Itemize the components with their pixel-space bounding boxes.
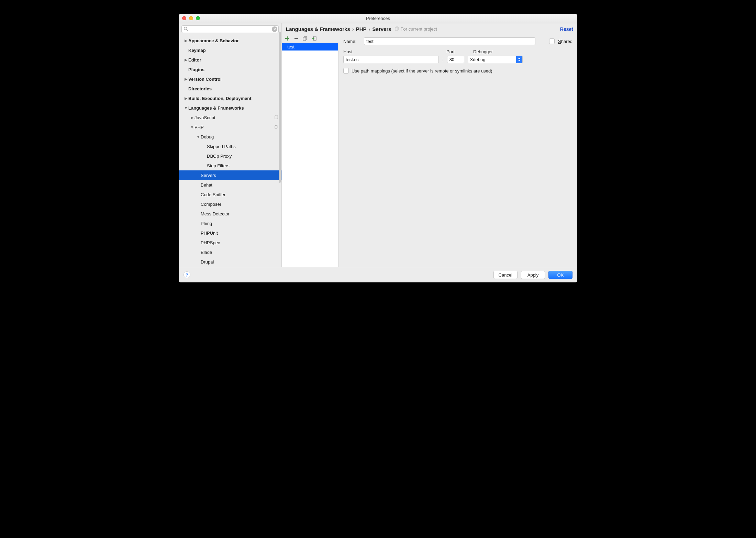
project-scope-icon xyxy=(395,26,399,32)
settings-tree-item[interactable]: ▶Editor xyxy=(179,55,281,65)
clear-search-icon[interactable]: ✕ xyxy=(272,26,277,32)
svg-point-0 xyxy=(184,27,187,30)
tree-item-label: Directories xyxy=(188,86,212,91)
chevron-down-icon: ▼ xyxy=(190,125,194,129)
close-window-button[interactable] xyxy=(182,16,186,20)
chevron-right-icon: ▶ xyxy=(190,115,194,120)
project-scope-icon xyxy=(275,125,279,130)
tree-scrollbar[interactable] xyxy=(279,32,281,183)
chevron-right-icon: › xyxy=(369,26,370,32)
svg-rect-5 xyxy=(275,125,277,128)
tree-item-label: Keymap xyxy=(188,48,206,53)
tree-item-label: DBGp Proxy xyxy=(207,154,232,159)
tree-item-label: Plugins xyxy=(188,67,204,72)
tree-item-label: Editor xyxy=(188,57,201,63)
tree-item-label: Behat xyxy=(201,182,212,188)
settings-tree-item[interactable]: ▼PHP xyxy=(179,122,281,132)
tree-item-label: Debug xyxy=(201,134,214,139)
import-server-button[interactable] xyxy=(311,36,317,41)
settings-tree-item[interactable]: ▶Version Control xyxy=(179,74,281,84)
path-mappings-checkbox[interactable] xyxy=(343,68,349,74)
settings-tree-item[interactable]: ▼Languages & Frameworks xyxy=(179,103,281,113)
tree-item-label: Phing xyxy=(201,221,212,226)
ok-button[interactable]: OK xyxy=(548,271,572,279)
shared-checkbox[interactable] xyxy=(549,38,555,44)
settings-tree[interactable]: ▶Appearance & BehaviorKeymap▶EditorPlugi… xyxy=(179,34,281,267)
tree-item-label: Code Sniffer xyxy=(201,192,225,197)
svg-line-1 xyxy=(187,30,188,31)
chevron-down-icon: ▼ xyxy=(196,135,201,139)
minimize-window-button[interactable] xyxy=(189,16,193,20)
copy-server-button[interactable] xyxy=(302,36,308,41)
server-name-input[interactable] xyxy=(364,37,535,45)
host-input[interactable] xyxy=(343,56,439,63)
settings-tree-item[interactable]: ▶Appearance & Behavior xyxy=(179,36,281,45)
chevron-down-icon: ▼ xyxy=(184,106,188,110)
cancel-button[interactable]: Cancel xyxy=(493,271,518,279)
server-list-item[interactable]: test xyxy=(282,43,338,51)
port-column-label: Port xyxy=(446,49,466,54)
settings-tree-item[interactable]: Skipped Paths xyxy=(179,142,281,151)
host-column-label: Host xyxy=(343,49,440,54)
settings-tree-item[interactable]: Step Filters xyxy=(179,161,281,170)
remove-server-button[interactable] xyxy=(293,36,299,41)
tree-item-label: Version Control xyxy=(188,77,222,82)
tree-item-label: Languages & Frameworks xyxy=(188,105,244,111)
debugger-select[interactable]: Xdebug xyxy=(468,56,523,63)
apply-button[interactable]: Apply xyxy=(521,271,545,279)
tree-item-label: Build, Execution, Deployment xyxy=(188,96,251,101)
settings-tree-item[interactable]: Servers xyxy=(179,170,281,180)
tree-item-label: Blade xyxy=(201,250,212,255)
settings-tree-item[interactable]: PHPSpec xyxy=(179,238,281,247)
settings-tree-item[interactable]: Plugins xyxy=(179,65,281,74)
settings-search: ✕ xyxy=(181,25,279,33)
reset-link[interactable]: Reset xyxy=(560,26,573,32)
port-input[interactable] xyxy=(447,56,464,63)
settings-tree-item[interactable]: Composer xyxy=(179,199,281,209)
server-list-toolbar xyxy=(282,34,338,43)
settings-search-input[interactable] xyxy=(181,25,279,33)
settings-tree-item[interactable]: ▶Build, Execution, Deployment xyxy=(179,93,281,103)
tree-item-label: Composer xyxy=(201,202,221,207)
tree-item-label: Skipped Paths xyxy=(207,144,236,149)
chevron-right-icon: ▶ xyxy=(184,77,188,81)
settings-tree-item[interactable]: Drupal xyxy=(179,257,281,267)
breadcrumb-part: Servers xyxy=(373,26,391,32)
server-list[interactable]: test xyxy=(282,43,338,267)
preferences-window: Preferences ✕ ▶Appearance & BehaviorKeym… xyxy=(179,14,577,282)
tree-item-label: PHPSpec xyxy=(201,240,220,245)
window-title: Preferences xyxy=(179,16,577,21)
breadcrumb-scope-note: For current project xyxy=(395,26,437,32)
settings-tree-item[interactable]: ▼Debug xyxy=(179,132,281,142)
settings-tree-item[interactable]: DBGp Proxy xyxy=(179,151,281,161)
server-list-panel: test xyxy=(282,34,338,267)
window-controls xyxy=(182,16,200,20)
dropdown-arrows-icon xyxy=(516,56,522,63)
tree-item-label: Mess Detector xyxy=(201,211,230,216)
svg-rect-9 xyxy=(303,37,306,41)
settings-tree-item[interactable]: PHPUnit xyxy=(179,228,281,238)
shared-label: Shared xyxy=(558,39,572,44)
settings-tree-item[interactable]: Behat xyxy=(179,180,281,190)
zoom-window-button[interactable] xyxy=(196,16,200,20)
help-button[interactable]: ? xyxy=(184,271,190,278)
svg-rect-3 xyxy=(275,116,277,119)
tree-item-label: PHP xyxy=(194,125,204,130)
add-server-button[interactable] xyxy=(285,36,290,41)
host-port-separator: : xyxy=(442,57,444,62)
settings-tree-item[interactable]: Code Sniffer xyxy=(179,190,281,199)
settings-tree-item[interactable]: Directories xyxy=(179,84,281,93)
debugger-column-label: Debugger xyxy=(473,49,493,54)
settings-tree-item[interactable]: Mess Detector xyxy=(179,209,281,218)
settings-tree-item[interactable]: ▶JavaScript xyxy=(179,113,281,122)
titlebar: Preferences xyxy=(179,14,577,23)
detail-panel: Languages & Frameworks › PHP › Servers F… xyxy=(282,23,577,267)
breadcrumb: Languages & Frameworks › PHP › Servers F… xyxy=(282,23,577,34)
project-scope-icon xyxy=(275,115,279,120)
settings-tree-item[interactable]: Phing xyxy=(179,218,281,228)
settings-tree-item[interactable]: Blade xyxy=(179,247,281,257)
name-label: Name: xyxy=(343,39,360,44)
settings-tree-item[interactable]: Keymap xyxy=(179,45,281,55)
chevron-right-icon: ▶ xyxy=(184,96,188,101)
tree-item-label: Appearance & Behavior xyxy=(188,38,239,43)
